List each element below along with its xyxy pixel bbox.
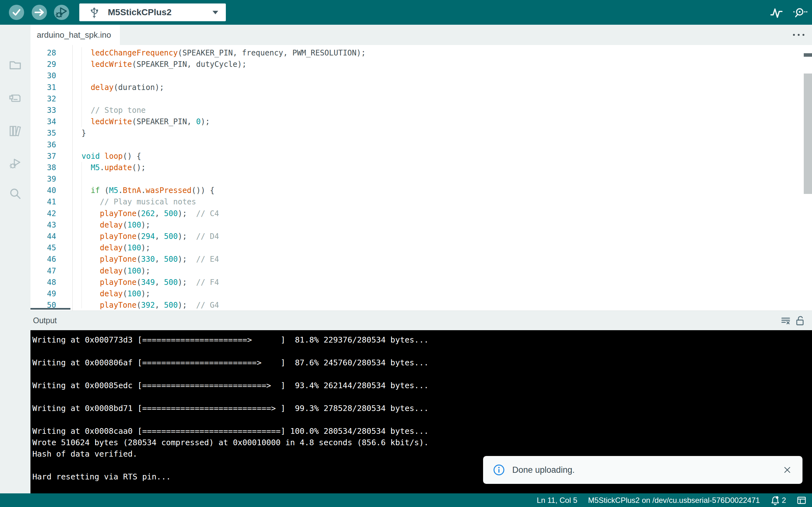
- code-line: playTone(349, 500); // F4: [82, 277, 799, 288]
- code-token-p: [82, 301, 100, 309]
- code-line: playTone(330, 500); // E4: [82, 253, 799, 265]
- code-token-p: ();: [132, 163, 146, 172]
- code-token-num: 330: [141, 255, 155, 264]
- code-token-fn: ledcWrite: [91, 117, 132, 126]
- code-token-p: (: [136, 255, 141, 264]
- code-token-p: (SPEAKER_PIN, frequency, PWM_RESOLUTION)…: [177, 49, 365, 57]
- code-token-fn: delay: [100, 289, 123, 298]
- statusbar: Ln 11, Col 5 M5StickCPlus2 on /dev/cu.us…: [0, 493, 812, 507]
- notifications-status[interactable]: 2: [771, 496, 786, 505]
- code-token-com: // Stop tone: [91, 106, 146, 115]
- activity-sidebar: [0, 25, 31, 493]
- clear-output-icon[interactable]: [781, 316, 791, 326]
- serial-plotter-button[interactable]: [769, 5, 784, 20]
- code-token-num: 100: [128, 289, 141, 298]
- code-token-p: );: [201, 117, 210, 126]
- code-token-num: 500: [164, 255, 177, 264]
- tab-arduino-hat-spk[interactable]: arduino_hat_spk.ino: [31, 25, 120, 45]
- bug-play-icon: [54, 5, 69, 20]
- code-token-num: 500: [164, 209, 177, 218]
- code-line: ledcWrite(SPEAKER_PIN, 0);: [82, 116, 799, 127]
- code-token-p: (SPEAKER_PIN, dutyCycle);: [132, 60, 247, 69]
- line-number: 31: [31, 82, 56, 93]
- upload-button[interactable]: [32, 5, 47, 20]
- sidebar-item-library-manager[interactable]: [8, 124, 22, 138]
- verify-button[interactable]: [9, 5, 24, 20]
- toggle-panel-button[interactable]: [797, 496, 806, 505]
- code-token-fn: delay: [100, 221, 123, 229]
- sidebar-item-search[interactable]: [8, 186, 22, 201]
- arduino-ide-window: M5StickCPlus2: [0, 0, 812, 507]
- code-line: playTone(262, 500); // C4: [82, 208, 799, 219]
- code-token-p: ,: [155, 209, 164, 218]
- line-number: 36: [31, 139, 56, 151]
- board-port-status[interactable]: M5StickCPlus2 on /dev/cu.usbserial-576D0…: [588, 496, 760, 505]
- board-selector-dropdown[interactable]: M5StickCPlus2: [79, 3, 226, 21]
- line-number: 46: [31, 253, 56, 265]
- line-number: 40: [31, 185, 56, 196]
- code-token-p: ,: [155, 232, 164, 241]
- tab-options-menu[interactable]: [793, 34, 804, 36]
- panel-layout-icon: [797, 496, 806, 505]
- code-token-com: // E4: [196, 255, 219, 264]
- code-token-p: );: [177, 301, 196, 309]
- line-number: 44: [31, 231, 56, 242]
- code-token-fn: playTone: [100, 255, 137, 264]
- code-token-p: .: [141, 186, 146, 195]
- code-token-p: );: [141, 267, 150, 275]
- code-token-p: [82, 255, 100, 264]
- code-token-fn: ledcChangeFrequency: [91, 49, 178, 57]
- line-number: 49: [31, 288, 56, 299]
- code-token-p: [82, 106, 91, 115]
- code-token-p: [82, 60, 91, 69]
- notification-count: 2: [782, 496, 786, 505]
- code-token-p: );: [177, 255, 196, 264]
- code-token-num: 100: [128, 267, 141, 275]
- bell-icon: [771, 496, 780, 505]
- notification-message: Done uploading.: [512, 465, 575, 475]
- code-token-num: 0: [196, 117, 200, 126]
- code-line: }: [82, 127, 799, 139]
- line-number: 45: [31, 242, 56, 253]
- code-token-p: );: [141, 221, 150, 229]
- scrollbar-decoration: [804, 53, 812, 57]
- vertical-scrollbar-thumb[interactable]: [804, 73, 812, 194]
- line-number: 43: [31, 219, 56, 231]
- code-token-com: // F4: [196, 278, 219, 287]
- code-token-fn: delay: [100, 243, 123, 252]
- info-icon: [493, 464, 505, 475]
- output-header-icons: [781, 316, 805, 326]
- code-token-num: 294: [141, 232, 155, 241]
- code-token-p: (: [123, 289, 127, 298]
- sidebar-item-debug[interactable]: [8, 156, 22, 171]
- line-number: 48: [31, 277, 56, 288]
- code-token-p: [82, 49, 91, 57]
- ellipsis-icon: [798, 34, 800, 36]
- code-editor[interactable]: 2829303132333435363738394041424344454647…: [31, 45, 812, 311]
- code-line: [82, 70, 799, 81]
- unlock-icon[interactable]: [796, 316, 805, 326]
- sidebar-item-boards-manager[interactable]: [8, 91, 22, 106]
- code-token-com: // Play musical notes: [100, 198, 196, 206]
- code-lines[interactable]: ledcChangeFrequency(SPEAKER_PIN, frequen…: [82, 47, 799, 311]
- code-token-p: (: [123, 267, 127, 275]
- debug-button[interactable]: [54, 5, 69, 20]
- sidebar-item-sketchbook[interactable]: [8, 58, 22, 72]
- cursor-position[interactable]: Ln 11, Col 5: [537, 496, 577, 505]
- code-token-fn: playTone: [100, 232, 137, 241]
- toolbar: M5StickCPlus2: [0, 0, 812, 25]
- serial-monitor-button[interactable]: [792, 5, 808, 20]
- code-line: playTone(392, 500); // G4: [82, 299, 799, 311]
- done-uploading-notification: Done uploading.: [483, 456, 803, 484]
- horizontal-scrollbar-thumb[interactable]: [31, 308, 70, 309]
- code-line: // Stop tone: [82, 105, 799, 116]
- code-token-com: // G4: [196, 301, 219, 309]
- code-line: void loop() {: [82, 151, 799, 162]
- notification-close-button[interactable]: [783, 466, 791, 474]
- code-token-p: [82, 163, 91, 172]
- code-line: M5.update();: [82, 162, 799, 173]
- code-line: ledcChangeFrequency(SPEAKER_PIN, frequen…: [82, 47, 799, 59]
- folder-icon: [8, 58, 22, 72]
- code-line: delay(duration);: [82, 82, 799, 93]
- code-token-fn: delay: [91, 83, 113, 92]
